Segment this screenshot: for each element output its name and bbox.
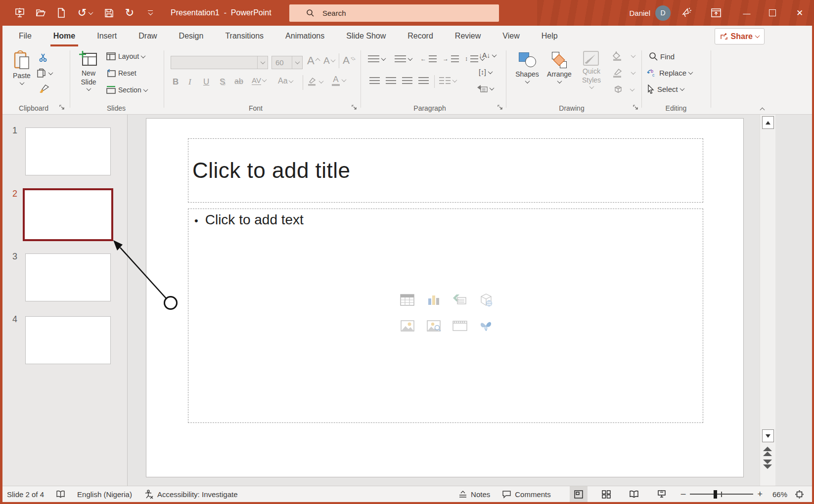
new-file-icon[interactable] bbox=[54, 6, 68, 20]
font-dialog-launcher[interactable] bbox=[352, 105, 357, 110]
fit-slide-to-window-button[interactable] bbox=[790, 486, 808, 503]
tab-file[interactable]: File bbox=[8, 26, 43, 46]
justify-button[interactable] bbox=[418, 77, 429, 84]
save-icon[interactable] bbox=[102, 6, 116, 20]
scroll-up-button[interactable] bbox=[762, 116, 774, 129]
tab-home[interactable]: Home bbox=[43, 26, 86, 46]
close-button[interactable]: ✕ bbox=[785, 0, 814, 26]
tab-transitions[interactable]: Transitions bbox=[214, 26, 274, 46]
cut-button[interactable] bbox=[39, 53, 48, 62]
start-slideshow-icon[interactable] bbox=[13, 6, 27, 20]
insert-chart-icon[interactable] bbox=[420, 287, 447, 313]
accessibility-checker[interactable]: Accessibility: Investigate bbox=[138, 486, 244, 503]
title-placeholder[interactable]: Click to add title bbox=[188, 138, 703, 203]
scroll-down-button[interactable] bbox=[762, 429, 774, 442]
drawing-dialog-launcher[interactable] bbox=[633, 105, 638, 110]
align-left-button[interactable] bbox=[369, 77, 380, 84]
text-direction-button[interactable]: ↓A↓ bbox=[479, 51, 496, 59]
normal-view-button[interactable] bbox=[570, 486, 588, 503]
insert-3d-model-icon[interactable] bbox=[473, 287, 499, 313]
vertical-scrollbar[interactable] bbox=[760, 115, 775, 486]
find-button[interactable]: Find bbox=[649, 52, 675, 61]
paste-button[interactable]: Paste bbox=[8, 50, 36, 85]
underline-button[interactable]: U bbox=[203, 77, 209, 87]
zoom-slider-thumb[interactable] bbox=[714, 490, 717, 499]
tab-design[interactable]: Design bbox=[168, 26, 215, 46]
slide-thumbnail-2-selected[interactable] bbox=[23, 188, 113, 241]
insert-picture-icon[interactable] bbox=[394, 313, 420, 338]
slide-thumbnail-3[interactable] bbox=[25, 253, 111, 301]
insert-icons-icon[interactable] bbox=[473, 313, 499, 338]
insert-video-icon[interactable] bbox=[447, 313, 473, 338]
quick-styles-button[interactable]: Quick Styles bbox=[577, 50, 606, 89]
align-center-button[interactable] bbox=[386, 77, 396, 84]
new-slide-button[interactable]: New Slide bbox=[74, 50, 103, 91]
language-indicator[interactable]: English (Nigeria) bbox=[71, 486, 138, 503]
comments-button[interactable]: Comments bbox=[496, 486, 557, 503]
slide-canvas[interactable]: Click to add title •Click to add text bbox=[146, 118, 744, 477]
insert-table-icon[interactable] bbox=[394, 287, 420, 313]
search-input[interactable] bbox=[321, 8, 482, 18]
avatar[interactable]: D bbox=[655, 5, 671, 21]
numbering-button[interactable] bbox=[395, 55, 412, 62]
text-highlight-color-button[interactable] bbox=[307, 77, 323, 86]
copy-button[interactable] bbox=[37, 68, 52, 78]
search-box[interactable] bbox=[289, 4, 499, 22]
share-button[interactable]: Share bbox=[715, 28, 765, 44]
customize-quick-access-icon[interactable] bbox=[143, 6, 157, 20]
arrange-button[interactable]: Arrange bbox=[545, 50, 574, 84]
font-name-combobox[interactable] bbox=[171, 56, 268, 69]
zoom-out-button[interactable]: − bbox=[671, 486, 690, 503]
slide-thumbnail-1[interactable] bbox=[25, 127, 111, 175]
italic-button[interactable]: I bbox=[188, 77, 191, 87]
tab-slide-show[interactable]: Slide Show bbox=[335, 26, 397, 46]
ribbon-display-options-icon[interactable] bbox=[705, 0, 727, 26]
shape-fill-button[interactable] bbox=[612, 51, 635, 61]
align-text-button[interactable]: [↕] bbox=[479, 68, 492, 76]
slide-thumbnail-4[interactable] bbox=[25, 316, 111, 364]
decrease-indent-button[interactable]: ← bbox=[420, 55, 437, 62]
columns-button[interactable] bbox=[439, 77, 456, 84]
paragraph-dialog-launcher[interactable] bbox=[497, 105, 503, 110]
shape-effects-button[interactable] bbox=[612, 85, 634, 94]
tab-record[interactable]: Record bbox=[397, 26, 444, 46]
slideshow-view-button[interactable] bbox=[653, 486, 671, 503]
collapse-ribbon-button[interactable] bbox=[761, 105, 764, 114]
increase-font-size-button[interactable]: A bbox=[307, 54, 319, 67]
change-case-button[interactable]: Aa bbox=[278, 77, 293, 85]
shape-outline-button[interactable] bbox=[612, 68, 635, 78]
slide-sorter-view-button[interactable] bbox=[597, 486, 615, 503]
convert-to-smartart-button[interactable] bbox=[477, 84, 494, 93]
format-painter-button[interactable] bbox=[39, 84, 49, 94]
tab-draw[interactable]: Draw bbox=[128, 26, 168, 46]
font-size-combobox[interactable]: 60 bbox=[271, 56, 303, 69]
next-slide-button[interactable] bbox=[763, 460, 772, 469]
zoom-slider[interactable] bbox=[690, 486, 753, 503]
undo-icon[interactable]: ↺ bbox=[75, 6, 95, 20]
section-button[interactable]: Section bbox=[106, 86, 147, 94]
zoom-in-button[interactable]: + bbox=[753, 486, 769, 503]
clipboard-dialog-launcher[interactable] bbox=[59, 105, 65, 110]
layout-button[interactable]: Layout bbox=[106, 52, 145, 60]
redo-icon[interactable]: ↻ bbox=[123, 6, 136, 20]
open-file-icon[interactable] bbox=[34, 6, 47, 20]
character-spacing-button[interactable]: AV bbox=[252, 76, 266, 85]
decrease-font-size-button[interactable]: A bbox=[323, 55, 335, 66]
text-shadow-button[interactable]: S bbox=[220, 77, 225, 87]
replace-button[interactable]: b c Replace bbox=[647, 68, 692, 78]
tab-review[interactable]: Review bbox=[444, 26, 492, 46]
bold-button[interactable]: B bbox=[173, 77, 179, 87]
tab-view[interactable]: View bbox=[492, 26, 530, 46]
previous-slide-button[interactable] bbox=[763, 447, 772, 456]
bullets-button[interactable] bbox=[368, 55, 385, 62]
select-button[interactable]: Select bbox=[647, 84, 684, 94]
increase-indent-button[interactable]: → bbox=[443, 55, 459, 62]
tab-help[interactable]: Help bbox=[531, 26, 569, 46]
strikethrough-button[interactable]: ab bbox=[234, 77, 243, 86]
maximize-button[interactable] bbox=[760, 0, 785, 26]
user-name[interactable]: Daniel bbox=[629, 9, 650, 17]
reset-button[interactable]: Reset bbox=[106, 69, 136, 77]
coming-soon-icon[interactable] bbox=[676, 0, 697, 26]
insert-smartart-icon[interactable] bbox=[447, 287, 473, 313]
stock-images-icon[interactable] bbox=[420, 313, 447, 338]
